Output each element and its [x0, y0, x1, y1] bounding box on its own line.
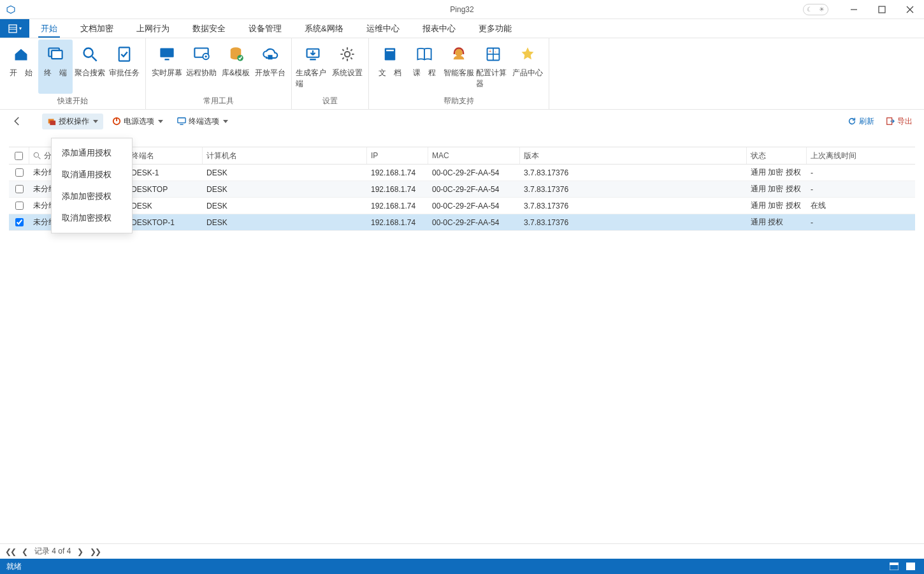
minimize-button[interactable] — [840, 0, 868, 19]
page-last-button[interactable]: ❯❯ — [90, 547, 100, 556]
ribbon-monitor-button[interactable]: 实时屏幕 — [150, 40, 184, 94]
menu-tab[interactable]: 报表中心 — [411, 19, 467, 38]
ribbon-group: 生成客户端系统设置设置 — [292, 38, 369, 109]
menu-tab[interactable]: 开始 — [29, 19, 69, 38]
table-row[interactable]: 未分组DESK-1DESK192.168.1.7400-0C-29-2F-AA-… — [9, 165, 915, 181]
ribbon-group-label: 帮助支持 — [373, 94, 545, 109]
auth-icon — [47, 117, 56, 126]
menu-tab[interactable]: 运维中心 — [355, 19, 411, 38]
cell-version: 3.7.83.17376 — [520, 181, 747, 197]
refresh-button[interactable]: 刷新 — [844, 116, 878, 127]
view-mode-list-button[interactable] — [904, 561, 918, 571]
menu-tab[interactable]: 系统&网络 — [293, 19, 355, 38]
header-computer[interactable]: 计算机名 — [203, 147, 367, 164]
ribbon-group: 开 始终 端聚合搜索审批任务快速开始 — [0, 38, 146, 109]
ribbon-star-button[interactable]: 产品中心 — [510, 40, 545, 94]
cell-ip: 192.168.1.74 — [367, 181, 428, 197]
ribbon-search-button[interactable]: 聚合搜索 — [73, 40, 107, 94]
menu-tab[interactable]: 数据安全 — [181, 19, 237, 38]
ribbon-group: 文 档课 程智能客服+-配置计算器产品中心帮助支持 — [369, 38, 549, 109]
page-prev-button[interactable]: ❮ — [22, 547, 28, 556]
ribbon-calc-button[interactable]: +-配置计算器 — [476, 40, 510, 94]
dropdown-item[interactable]: 添加加密授权 — [52, 186, 132, 207]
monitor-icon — [177, 117, 186, 126]
terminal-opts-button[interactable]: 终端选项 — [172, 114, 233, 129]
app-title: Ping32 — [450, 5, 473, 14]
home-icon — [12, 43, 30, 65]
svg-rect-9 — [52, 50, 62, 59]
page-first-button[interactable]: ❮❮ — [5, 547, 15, 556]
cell-last-offline: 在线 — [807, 198, 915, 214]
auth-ops-dropdown: 添加通用授权取消通用授权添加加密授权取消加密授权 — [51, 138, 133, 233]
auth-ops-button[interactable]: 授权操作 — [42, 114, 103, 129]
status-bar: 就绪 — [0, 559, 924, 574]
ribbon-book-button[interactable]: 文 档 — [373, 40, 407, 94]
cell-mac: 00-0C-29-2F-AA-54 — [428, 198, 520, 214]
dropdown-item[interactable]: 添加通用授权 — [52, 142, 132, 164]
ribbon-remote-button[interactable]: 远程协助 — [184, 40, 219, 94]
menu-tab[interactable]: 文档加密 — [69, 19, 125, 38]
ribbon-home-button[interactable]: 开 始 — [4, 40, 38, 94]
ribbon-gear-button[interactable]: 系统设置 — [330, 40, 365, 94]
row-checkbox[interactable] — [15, 168, 24, 177]
ribbon-terminal-button[interactable]: 终 端 — [38, 40, 73, 94]
ribbon-approve-button[interactable]: 审批任务 — [107, 40, 141, 94]
maximize-button[interactable] — [868, 0, 896, 19]
dropdown-item[interactable]: 取消通用授权 — [52, 164, 132, 186]
power-opts-button[interactable]: 电源选项 — [107, 114, 168, 129]
header-last-offline[interactable]: 上次离线时间 — [807, 147, 915, 164]
header-status[interactable]: 状态 — [747, 147, 807, 164]
star-icon — [519, 43, 537, 65]
table-row[interactable]: 未分组DESKTOPDESK192.168.1.7400-0C-29-2F-AA… — [9, 181, 915, 198]
search-icon — [81, 43, 99, 65]
svg-rect-33 — [50, 121, 55, 125]
svg-point-10 — [84, 48, 93, 57]
svg-line-11 — [92, 57, 97, 61]
ribbon-item-label: 终 端 — [44, 68, 67, 78]
close-button[interactable] — [896, 0, 924, 19]
header-ip[interactable]: IP — [367, 147, 428, 164]
cell-version: 3.7.83.17376 — [520, 198, 747, 214]
export-icon — [886, 117, 895, 126]
cell-computer: DESK — [203, 198, 367, 214]
table-header: 分组 终端名 计算机名 IP MAC 版本 状态 上次离线时间 — [9, 147, 915, 165]
theme-toggle[interactable]: ☾☀ — [803, 4, 828, 15]
svg-point-26 — [455, 49, 463, 57]
cell-computer: DESK — [203, 165, 367, 180]
view-mode-card-button[interactable] — [887, 561, 901, 571]
ribbon-group-label: 设置 — [296, 94, 365, 109]
row-checkbox[interactable] — [15, 218, 24, 226]
table-row[interactable]: 未分组DESKTOP-1DESK192.168.1.7400-0C-29-2F-… — [9, 214, 915, 231]
dropdown-item[interactable]: 取消加密授权 — [52, 207, 132, 229]
page-next-button[interactable]: ❯ — [77, 547, 83, 556]
ribbon-support-button[interactable]: 智能客服 — [442, 40, 476, 94]
cell-mac: 00-0C-29-2F-AA-54 — [428, 165, 520, 180]
menu-tab[interactable]: 更多功能 — [467, 19, 523, 38]
header-mac[interactable]: MAC — [428, 147, 520, 164]
table-row[interactable]: 未分组DESKDESK192.168.1.7400-0C-29-2F-AA-54… — [9, 198, 915, 214]
export-button[interactable]: 导出 — [882, 116, 916, 127]
ribbon-item-label: 开放平台 — [255, 68, 285, 78]
ribbon-cloud-button[interactable]: 开放平台 — [253, 40, 287, 94]
select-all-checkbox[interactable] — [15, 152, 23, 160]
ribbon-item-label: 库&模板 — [222, 68, 250, 78]
row-checkbox[interactable] — [15, 202, 24, 210]
header-terminal[interactable]: 终端名 — [127, 147, 203, 164]
refresh-icon — [848, 117, 856, 126]
support-icon — [450, 43, 468, 65]
cell-terminal: DESK — [127, 198, 203, 214]
ribbon-openbook-button[interactable]: 课 程 — [407, 40, 442, 94]
menu-tab[interactable]: 设备管理 — [237, 19, 293, 38]
ribbon-database-button[interactable]: 库&模板 — [219, 40, 253, 94]
terminal-icon — [47, 43, 64, 65]
menu-tab[interactable]: 上网行为 — [125, 19, 181, 38]
file-menu-button[interactable]: ▾ — [0, 19, 29, 38]
ribbon-download-button[interactable]: 生成客户端 — [296, 40, 330, 94]
svg-text:-: - — [494, 49, 496, 54]
row-checkbox[interactable] — [15, 185, 24, 193]
header-version[interactable]: 版本 — [520, 147, 747, 164]
back-button[interactable] — [8, 112, 27, 131]
ribbon: 开 始终 端聚合搜索审批任务快速开始实时屏幕远程协助库&模板开放平台常用工具生成… — [0, 38, 924, 110]
openbook-icon — [415, 43, 433, 65]
svg-rect-20 — [268, 55, 272, 59]
